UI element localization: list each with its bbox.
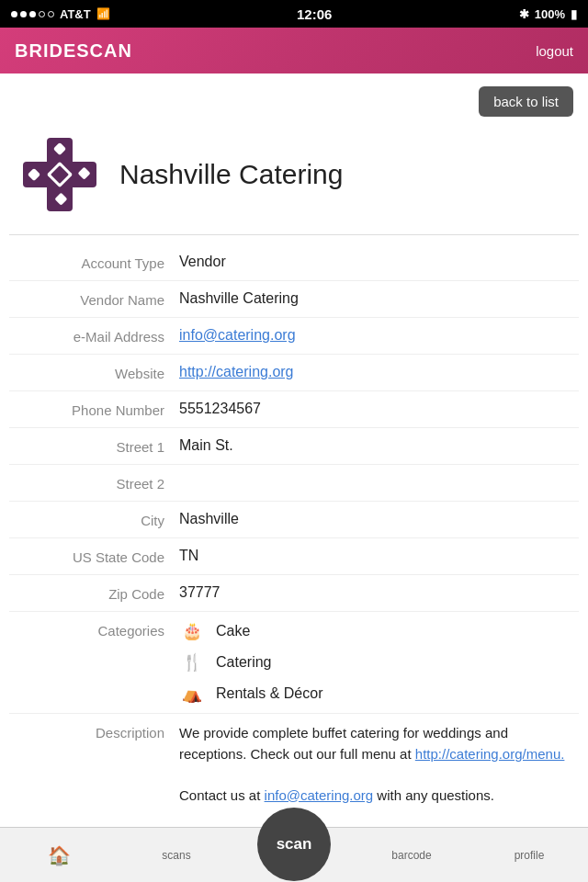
nav-scan-button[interactable]: scan bbox=[257, 808, 331, 881]
zip-value: 37777 bbox=[179, 584, 579, 601]
vendor-logo bbox=[18, 133, 101, 216]
dot1 bbox=[11, 11, 17, 17]
street2-row: Street 2 bbox=[9, 465, 579, 502]
carrier-label: AT&T bbox=[60, 7, 91, 21]
logout-button[interactable]: logout bbox=[536, 43, 573, 59]
app-title: BRIDESCAN bbox=[15, 40, 132, 62]
state-value: TN bbox=[179, 548, 579, 564]
battery-icon: ▮ bbox=[571, 7, 577, 21]
battery-label: 100% bbox=[535, 7, 565, 21]
website-row: Website http://catering.org bbox=[9, 355, 579, 391]
back-to-list-button[interactable]: back to list bbox=[479, 86, 573, 117]
street2-value bbox=[179, 474, 579, 491]
dot4 bbox=[39, 11, 45, 17]
nav-scan-wrap: scan bbox=[235, 826, 353, 883]
home-icon: 🏠 bbox=[48, 844, 71, 866]
categories-label: Categories bbox=[9, 621, 179, 639]
nav-profile[interactable]: profile bbox=[470, 828, 588, 882]
city-value: Nashville bbox=[179, 511, 579, 527]
category-list: 🎂 Cake 🍴 Catering ⛺ Rentals & Décor bbox=[179, 621, 579, 704]
signal-dots bbox=[11, 11, 54, 17]
phone-value: 5551234567 bbox=[179, 401, 579, 417]
city-label: City bbox=[9, 511, 179, 528]
dot5 bbox=[48, 11, 54, 17]
logo-svg bbox=[23, 138, 96, 211]
street1-value: Main St. bbox=[179, 437, 579, 454]
website-value[interactable]: http://catering.org bbox=[179, 364, 579, 380]
profile-header: Nashville Catering bbox=[0, 124, 588, 234]
categories-row: Categories 🎂 Cake 🍴 Catering ⛺ Rentals &… bbox=[9, 612, 579, 714]
description-row: Description We provide complete buffet c… bbox=[9, 714, 579, 815]
vendor-name-label: Vendor Name bbox=[9, 290, 179, 308]
vendor-name-heading: Nashville Catering bbox=[119, 159, 343, 190]
zip-label: Zip Code bbox=[9, 584, 179, 602]
vendor-name-value: Nashville Catering bbox=[179, 290, 579, 307]
scans-label: scans bbox=[162, 849, 190, 862]
category-cake-label: Cake bbox=[216, 623, 250, 639]
catering-icon: 🍴 bbox=[179, 652, 205, 673]
profile-label: profile bbox=[514, 849, 545, 862]
category-rentals: ⛺ Rentals & Décor bbox=[179, 684, 579, 704]
description-text: We provide complete buffet catering for … bbox=[179, 723, 579, 806]
account-type-value: Vendor bbox=[179, 254, 579, 270]
website-label: Website bbox=[9, 364, 179, 381]
status-time: 12:06 bbox=[297, 6, 332, 22]
scan-label: scan bbox=[277, 835, 312, 854]
state-label: US State Code bbox=[9, 548, 179, 565]
dot2 bbox=[20, 11, 27, 17]
zip-row: Zip Code 37777 bbox=[9, 575, 579, 612]
status-right: ✱ 100% ▮ bbox=[519, 7, 577, 21]
street1-label: Street 1 bbox=[9, 437, 179, 455]
nav-home[interactable]: 🏠 bbox=[0, 828, 118, 882]
email-label: e-Mail Address bbox=[9, 327, 179, 345]
app-header: BRIDESCAN logout bbox=[0, 28, 588, 74]
description-label: Description bbox=[9, 723, 179, 741]
info-table: Account Type Vendor Vendor Name Nashvill… bbox=[0, 235, 588, 824]
cake-icon: 🎂 bbox=[179, 621, 205, 641]
city-row: City Nashville bbox=[9, 502, 579, 538]
nav-scans[interactable]: scans bbox=[118, 828, 235, 882]
bottom-nav: 🏠 scans scan barcode profile bbox=[0, 827, 588, 882]
account-type-row: Account Type Vendor bbox=[9, 244, 579, 281]
content-area: back to list Nashville Catering Account bbox=[0, 74, 588, 882]
category-rentals-label: Rentals & Décor bbox=[216, 685, 323, 702]
status-left: AT&T 📶 bbox=[11, 7, 110, 21]
category-catering: 🍴 Catering bbox=[179, 652, 579, 673]
categories-value: 🎂 Cake 🍴 Catering ⛺ Rentals & Décor bbox=[179, 621, 579, 704]
rentals-icon: ⛺ bbox=[179, 684, 205, 704]
desc-part3: with any questions. bbox=[373, 787, 494, 803]
category-cake: 🎂 Cake bbox=[179, 621, 579, 641]
state-row: US State Code TN bbox=[9, 538, 579, 575]
phone-label: Phone Number bbox=[9, 401, 179, 418]
description-value: We provide complete buffet catering for … bbox=[179, 723, 579, 806]
wifi-icon: 📶 bbox=[96, 7, 110, 20]
email-value[interactable]: info@catering.org bbox=[179, 327, 579, 344]
bluetooth-icon: ✱ bbox=[519, 7, 529, 21]
desc-link2[interactable]: info@catering.org bbox=[265, 787, 374, 803]
phone-row: Phone Number 5551234567 bbox=[9, 391, 579, 428]
back-bar: back to list bbox=[0, 74, 588, 124]
status-bar: AT&T 📶 12:06 ✱ 100% ▮ bbox=[0, 0, 588, 28]
email-row: e-Mail Address info@catering.org bbox=[9, 318, 579, 355]
barcode-label: barcode bbox=[391, 849, 431, 862]
category-catering-label: Catering bbox=[216, 654, 271, 671]
vendor-name-row: Vendor Name Nashville Catering bbox=[9, 281, 579, 318]
desc-link1[interactable]: http://catering.org/menu. bbox=[415, 746, 565, 762]
dot3 bbox=[29, 11, 36, 17]
nav-barcode[interactable]: barcode bbox=[353, 828, 470, 882]
street2-label: Street 2 bbox=[9, 474, 179, 492]
street1-row: Street 1 Main St. bbox=[9, 428, 579, 465]
account-type-label: Account Type bbox=[9, 254, 179, 271]
desc-part2-static: Contact us at bbox=[179, 787, 265, 803]
